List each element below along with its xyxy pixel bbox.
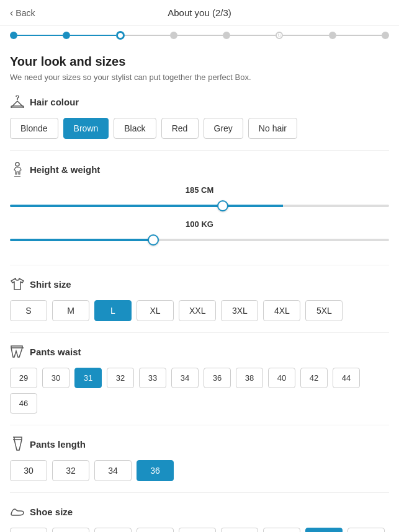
chevron-left-icon: ‹ xyxy=(10,7,13,19)
shoe-size-option-43[interactable]: 43 xyxy=(137,528,174,532)
height-weight-section: Height & weight 185 CM 100 KG xyxy=(10,162,389,265)
shirt-size-title: Shirt size xyxy=(30,279,71,290)
shoe-size-section: Shoe size 404142434445464748 xyxy=(10,504,389,532)
shoe-size-options: 404142434445464748 xyxy=(10,528,389,532)
height-weight-header: Height & weight xyxy=(10,162,389,177)
pants-length-title: Pants length xyxy=(30,439,86,450)
pants-waist-header: Pants waist xyxy=(10,344,389,359)
progress-line-6 xyxy=(283,35,328,36)
pants-waist-option-31[interactable]: 31 xyxy=(74,368,102,388)
progress-line-1 xyxy=(17,35,63,36)
shirt-icon xyxy=(10,277,25,291)
progress-step-5 xyxy=(223,32,230,39)
pants-waist-option-44[interactable]: 44 xyxy=(333,368,360,388)
pants-length-header: Pants length xyxy=(10,437,389,451)
pants-waist-option-33[interactable]: 33 xyxy=(139,368,166,388)
progress-step-2 xyxy=(63,32,70,39)
main-content: Your look and sizes We need your sizes s… xyxy=(0,47,399,532)
pants-length-options: 30323436 xyxy=(10,460,389,481)
pants-waist-section: Pants waist 293031323334363840424446 xyxy=(10,344,389,425)
height-slider-wrapper xyxy=(10,198,389,210)
pants-waist-options: 293031323334363840424446 xyxy=(10,368,389,414)
hair-colour-section: Hair colour BlondeBrownBlackRedGreyNo ha… xyxy=(10,94,389,151)
shirt-size-header: Shirt size xyxy=(10,277,389,291)
shirt-size-option-m[interactable]: M xyxy=(52,300,89,321)
hair-colour-option-no-hair[interactable]: No hair xyxy=(248,118,297,139)
shoe-size-option-46[interactable]: 46 xyxy=(263,528,300,532)
shirt-size-option-xxl[interactable]: XXL xyxy=(179,300,216,321)
shirt-size-option-l[interactable]: L xyxy=(94,300,132,321)
height-label: 185 CM xyxy=(10,185,389,195)
hanger-icon xyxy=(10,94,25,109)
pants-length-section: Pants length 30323436 xyxy=(10,437,389,493)
shoe-size-option-48[interactable]: 48 xyxy=(347,528,385,532)
pants-waist-option-36[interactable]: 36 xyxy=(204,368,231,388)
progress-step-4 xyxy=(170,32,177,39)
pants-waist-option-34[interactable]: 34 xyxy=(171,368,199,388)
back-label: Back xyxy=(16,8,35,18)
page-subtitle: We need your sizes so your stylist can p… xyxy=(10,73,389,82)
progress-step-3 xyxy=(116,31,125,40)
hair-colour-option-grey[interactable]: Grey xyxy=(204,118,243,139)
shoe-icon xyxy=(10,504,25,519)
progress-step-7 xyxy=(329,32,336,39)
hair-colour-title: Hair colour xyxy=(30,97,79,107)
height-icon xyxy=(10,162,25,177)
shirt-size-options: SMLXLXXL3XL4XL5XL xyxy=(10,300,389,321)
progress-line-5 xyxy=(230,35,276,36)
back-button[interactable]: ‹ Back xyxy=(10,7,35,19)
shirt-size-option-s[interactable]: S xyxy=(10,300,47,321)
pants-length-option-32[interactable]: 32 xyxy=(52,460,89,481)
pants-waist-option-42[interactable]: 42 xyxy=(300,368,328,388)
weight-slider[interactable] xyxy=(10,239,389,241)
progress-line-4 xyxy=(177,35,223,36)
progress-line-3 xyxy=(125,35,170,36)
page-title: Your look and sizes xyxy=(10,55,389,69)
hair-colour-option-red[interactable]: Red xyxy=(161,118,199,139)
pants-icon xyxy=(10,344,25,359)
shirt-size-option-3xl[interactable]: 3XL xyxy=(221,300,258,321)
shoe-size-option-41[interactable]: 41 xyxy=(52,528,89,532)
weight-label: 100 KG xyxy=(10,219,389,229)
progress-bar: ↻ xyxy=(0,26,399,47)
hair-colour-option-blonde[interactable]: Blonde xyxy=(10,118,58,139)
shirt-size-option-5xl[interactable]: 5XL xyxy=(305,300,343,321)
pants-waist-option-29[interactable]: 29 xyxy=(10,368,37,388)
pants-waist-title: Pants waist xyxy=(30,347,81,357)
hair-colour-option-brown[interactable]: Brown xyxy=(63,118,109,139)
pants-waist-option-30[interactable]: 30 xyxy=(42,368,69,388)
shoe-size-option-42[interactable]: 42 xyxy=(94,528,132,532)
height-slider[interactable] xyxy=(10,205,389,207)
shoe-size-title: Shoe size xyxy=(30,507,73,517)
weight-slider-wrapper xyxy=(10,233,389,244)
shoe-size-header: Shoe size xyxy=(10,504,389,519)
header: ‹ Back About you (2/3) xyxy=(0,0,399,26)
svg-rect-0 xyxy=(11,106,24,108)
progress-line-2 xyxy=(70,35,115,36)
pants-waist-option-32[interactable]: 32 xyxy=(107,368,134,388)
hair-colour-options: BlondeBrownBlackRedGreyNo hair xyxy=(10,118,389,139)
shirt-size-section: Shirt size SMLXLXXL3XL4XL5XL xyxy=(10,277,389,333)
shoe-size-option-47[interactable]: 47 xyxy=(305,528,343,532)
shoe-size-option-40[interactable]: 40 xyxy=(10,528,47,532)
shoe-size-option-44[interactable]: 44 xyxy=(179,528,216,532)
progress-step-1 xyxy=(10,32,17,39)
height-weight-title: Height & weight xyxy=(30,164,100,175)
progress-step-6: ↻ xyxy=(276,32,283,39)
progress-step-8 xyxy=(382,32,389,39)
pants-length-option-34[interactable]: 34 xyxy=(94,460,132,481)
header-title: About you (2/3) xyxy=(168,7,231,18)
hair-colour-option-black[interactable]: Black xyxy=(114,118,156,139)
pants-length-option-30[interactable]: 30 xyxy=(10,460,47,481)
shirt-size-option-xl[interactable]: XL xyxy=(137,300,174,321)
pants-waist-option-38[interactable]: 38 xyxy=(236,368,263,388)
pants-length-option-36[interactable]: 36 xyxy=(137,460,174,481)
hair-colour-header: Hair colour xyxy=(10,94,389,109)
svg-point-1 xyxy=(16,162,19,166)
pants-waist-option-40[interactable]: 40 xyxy=(268,368,295,388)
pants-length-icon xyxy=(10,437,25,451)
progress-line-7 xyxy=(336,35,382,36)
pants-waist-option-46[interactable]: 46 xyxy=(10,393,37,414)
shirt-size-option-4xl[interactable]: 4XL xyxy=(263,300,300,321)
shoe-size-option-45[interactable]: 45 xyxy=(221,528,258,532)
